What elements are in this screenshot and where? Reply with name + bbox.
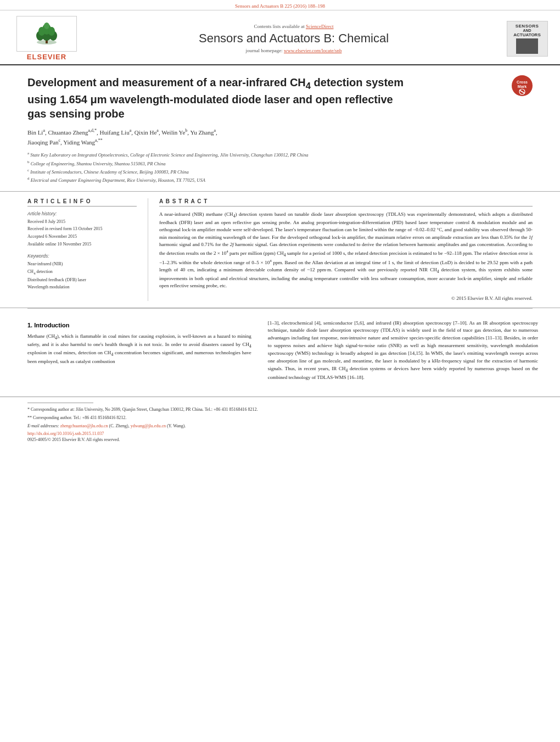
- article-info-col: A R T I C L E I N F O Article history: R…: [27, 198, 148, 301]
- abstract-title: A B S T R A C T: [159, 198, 533, 207]
- keyword-ch4: CH4 detection: [27, 268, 137, 276]
- article-history-title: Article history:: [27, 211, 137, 216]
- article-info-abstract-section: A R T I C L E I N F O Article history: R…: [0, 192, 560, 308]
- article-dates: Received 8 July 2015 Received in revised…: [27, 218, 137, 248]
- authors: Bin Lia, Chuantao Zhenga,d,*, Huifang Li…: [27, 127, 533, 148]
- crossmark[interactable]: Cross Mark: [512, 75, 533, 96]
- footnote-star: * Corresponding author at: Jilin Univers…: [27, 406, 533, 414]
- email-link-wang[interactable]: ydwang@jlu.edu.cn: [131, 423, 166, 428]
- accepted-date: Accepted 6 November 2015: [27, 233, 137, 241]
- elsevier-logo-box: [16, 16, 77, 52]
- article-info-title: A R T I C L E I N F O: [27, 198, 137, 207]
- main-right-col: [1–3], electrochemical [4], semiconducto…: [262, 320, 538, 386]
- affiliations: a State Key Laboratory on Integrated Opt…: [27, 150, 533, 185]
- sensors-logo-image: [516, 38, 538, 54]
- keywords-title: Keywords:: [27, 253, 137, 259]
- received-date: Received 8 July 2015: [27, 218, 137, 226]
- actuators-text: ACTUATORS: [513, 32, 540, 37]
- intro-para2: [1–3], electrochemical [4], semiconducto…: [268, 320, 538, 382]
- keyword-dfb: Distributed feedback (DFB) laser: [27, 276, 137, 284]
- svg-text:Mark: Mark: [518, 85, 527, 88]
- article-header: Cross Mark Development and measurement o…: [0, 65, 560, 192]
- elsevier-logo: ELSEVIER: [11, 16, 82, 61]
- journal-name: Sensors and Actuators B: Chemical: [93, 31, 494, 46]
- doi-link[interactable]: http://dx.doi.org/10.1016/j.snb.2015.11.…: [27, 431, 104, 436]
- abstract-text: A near-infrared (NIR) methane (CH4) dete…: [159, 211, 533, 290]
- svg-point-7: [48, 27, 55, 36]
- intro-heading: 1. Introduction: [27, 322, 251, 328]
- page-wrapper: Sensors and Actuators B 225 (2016) 188–1…: [0, 0, 560, 742]
- sensors-top-text: SENSORS: [516, 24, 539, 29]
- sensors-logo-box: SENSORS AND ACTUATORS: [507, 21, 548, 57]
- elsevier-tree-icon: [32, 21, 62, 46]
- journal-citation: Sensors and Actuators B 225 (2016) 188–1…: [235, 3, 325, 9]
- sciencedirect-link[interactable]: ScienceDirect: [306, 24, 333, 29]
- sensors-and-text: AND: [523, 29, 531, 32]
- issn-line: 0925-4005/© 2015 Elsevier B.V. All right…: [27, 437, 533, 442]
- main-left-col: 1. Introduction Methane (CH4), which is …: [27, 320, 262, 386]
- svg-point-6: [38, 27, 45, 36]
- svg-text:Cross: Cross: [517, 80, 528, 84]
- top-banner: Sensors and Actuators B 225 (2016) 188–1…: [0, 0, 560, 10]
- article-title: Development and measurement of a near-in…: [27, 75, 412, 121]
- homepage-label: journal homepage:: [246, 48, 283, 53]
- online-date: Available online 10 November 2015: [27, 241, 137, 248]
- crossmark-icon: Cross Mark: [512, 75, 533, 96]
- footnotes-area: * Corresponding author at: Jilin Univers…: [0, 397, 560, 442]
- svg-point-8: [44, 23, 49, 29]
- affiliation-a: a State Key Laboratory on Integrated Opt…: [27, 150, 533, 159]
- affiliation-b: b College of Engineering, Shantou Univer…: [27, 159, 533, 168]
- doi-line[interactable]: http://dx.doi.org/10.1016/j.snb.2015.11.…: [27, 431, 533, 436]
- journal-title-center: Contents lists available at ScienceDirec…: [82, 24, 505, 53]
- affiliation-d: d Electrical and Computer Engineering De…: [27, 176, 533, 184]
- intro-para1: Methane (CH4), which is flammable in coa…: [27, 333, 251, 366]
- keyword-nir: Near-infrared (NIR): [27, 260, 137, 268]
- footnote-divider: [27, 403, 93, 403]
- journal-homepage: journal homepage: www.elsevier.com/locat…: [93, 48, 494, 53]
- sciencedirect-line: Contents lists available at ScienceDirec…: [93, 24, 494, 29]
- keyword-wm: Wavelength modulation: [27, 283, 137, 291]
- sensors-actuators-logo: SENSORS AND ACTUATORS: [505, 21, 549, 57]
- homepage-link[interactable]: www.elsevier.com/locate/snb: [284, 48, 341, 53]
- affiliation-c: c Institute of Semiconductors, Chinese A…: [27, 168, 533, 176]
- footnote-star-star: ** Corresponding author. Tel.: +86 431 8…: [27, 415, 533, 422]
- contents-label: Contents lists available at: [254, 24, 305, 29]
- revised-date: Received in revised form 13 October 2015: [27, 225, 137, 233]
- main-content: 1. Introduction Methane (CH4), which is …: [0, 309, 560, 397]
- journal-header: ELSEVIER Contents lists available at Sci…: [0, 10, 560, 65]
- footnote-email: E-mail addresses: zhengchuantao@jlu.edu.…: [27, 423, 533, 430]
- elsevier-text: ELSEVIER: [27, 53, 66, 61]
- keywords-list: Near-infrared (NIR) CH4 detection Distri…: [27, 260, 137, 291]
- email-link-zheng[interactable]: zhengchuantao@jlu.edu.cn: [60, 423, 108, 428]
- copyright-line: © 2015 Elsevier B.V. All rights reserved…: [159, 295, 533, 301]
- abstract-col: A B S T R A C T A near-infrared (NIR) me…: [148, 198, 533, 301]
